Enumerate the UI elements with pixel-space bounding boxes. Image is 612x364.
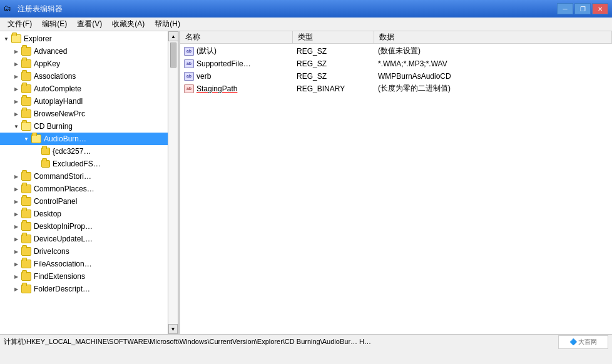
tree-scroll-thumb[interactable] <box>170 43 176 68</box>
data-row-verb[interactable]: ab verb REG_SZ WMPBurnAsAudioCD <box>180 70 612 83</box>
app-icon: 🗂 <box>4 4 14 14</box>
logo-text: 🔷 大百网 <box>569 338 598 346</box>
expand-arrow-cdc3257 <box>33 148 40 155</box>
folder-icon-cdc3257 <box>41 148 50 155</box>
folder-icon-findextensions <box>21 272 31 281</box>
tree-scroll-up[interactable]: ▲ <box>168 31 178 41</box>
folder-icon-desktop <box>21 210 31 218</box>
tree-item-fileassociation[interactable]: ▶ FileAssociation… <box>0 258 168 270</box>
tree-label-commonplaces: CommonPlaces… <box>34 185 94 193</box>
data-row-stagingpath[interactable]: ab StagingPath REG_BINARY (长度为零的二进制值) <box>180 83 612 95</box>
tree-label-desktopiniprop: DesktopIniProp… <box>34 222 93 231</box>
tree-scroll-down[interactable]: ▼ <box>168 324 178 334</box>
minimize-button[interactable]: ─ <box>557 3 573 14</box>
expand-arrow-advanced: ▶ <box>13 48 20 55</box>
folder-icon-deviceupdatel <box>21 235 31 243</box>
expand-arrow-commonplaces: ▶ <box>13 185 20 193</box>
tree-item-appkey[interactable]: ▶ AppKey <box>0 58 168 70</box>
tree-item-deviceupdatel[interactable]: ▶ DeviceUpdateL… <box>0 233 168 245</box>
reg-icon-supportedfile: ab <box>184 59 194 68</box>
tree-item-cdburning[interactable]: ▼ CD Burning <box>0 120 168 133</box>
reg-icon-verb: ab <box>184 72 194 81</box>
expand-arrow-commandstori: ▶ <box>13 173 20 180</box>
cell-type-verb: REG_SZ <box>293 72 374 81</box>
title-bar-buttons: ─ ❐ ✕ <box>557 3 608 14</box>
tree-item-controlpanel[interactable]: ▶ ControlPanel <box>0 195 168 208</box>
tree-item-commandstori[interactable]: ▶ CommandStori… <box>0 170 168 183</box>
tree-item-excludedfs[interactable]: ExcludedFS… <box>0 158 168 170</box>
tree-label-findextensions: FindExtensions <box>34 272 85 281</box>
data-row-default[interactable]: ab (默认) REG_SZ (数值未设置) <box>180 45 612 58</box>
cell-type-supportedfile: REG_SZ <box>293 59 374 68</box>
tree-item-driveicons[interactable]: ▶ DriveIcons <box>0 245 168 258</box>
menu-file[interactable]: 文件(F) <box>3 18 37 31</box>
close-button[interactable]: ✕ <box>592 3 608 14</box>
expand-arrow-appkey: ▶ <box>13 60 20 68</box>
tree-label-cdc3257: {cdc3257… <box>53 147 91 156</box>
menu-view[interactable]: 查看(V) <box>72 18 107 31</box>
status-logo: 🔷 大百网 <box>558 335 608 349</box>
tree-label-fileassociation: FileAssociation… <box>34 260 92 268</box>
tree-label-folderdescript: FolderDescript… <box>34 285 90 293</box>
folder-icon-desktopiniprop <box>21 222 31 231</box>
expand-arrow-audioburn: ▼ <box>23 135 30 143</box>
expand-arrow-driveicons: ▶ <box>13 248 20 255</box>
folder-icon-excludedfs <box>41 160 50 168</box>
folder-icon-audioburn <box>31 134 41 143</box>
tree-label-cdburning: CD Burning <box>34 122 73 131</box>
col-header-data: 数据 <box>374 31 612 44</box>
tree-item-folderdescript[interactable]: ▶ FolderDescript… <box>0 283 168 295</box>
cell-name-supportedfile: SupportedFile… <box>196 59 251 68</box>
folder-icon-commonplaces <box>21 185 31 193</box>
tree-item-autoplayhandl[interactable]: ▶ AutoplayHandl <box>0 95 168 108</box>
reg-icon-stagingpath: ab <box>184 84 194 93</box>
expand-arrow-browsenewprc: ▶ <box>13 110 20 118</box>
restore-button[interactable]: ❐ <box>574 3 591 14</box>
folder-icon-advanced <box>21 47 31 56</box>
tree-label-audioburn: AudioBurn… <box>44 134 86 143</box>
content-panel: 名称 类型 数据 ab (默认) REG_SZ (数值未设置) ab Suppo… <box>180 31 612 334</box>
tree-label-controlpanel: ControlPanel <box>34 197 77 206</box>
expand-arrow-fileassociation: ▶ <box>13 260 20 268</box>
tree-item-audioburn[interactable]: ▼ AudioBurn… <box>0 133 168 145</box>
folder-icon-autoplayhandl <box>21 97 31 106</box>
tree-label-explorer: Explorer <box>24 34 52 43</box>
title-bar: 🗂 注册表编辑器 ─ ❐ ✕ <box>0 0 612 18</box>
folder-icon-commandstori <box>21 172 31 181</box>
tree-item-cdc3257[interactable]: {cdc3257… <box>0 145 168 158</box>
tree-item-advanced[interactable]: ▶ Advanced <box>0 45 168 58</box>
folder-icon-associations <box>21 72 31 81</box>
tree-panel: ▼ Explorer ▶ Advanced ▶ AppKey ▶ Associa… <box>0 31 178 334</box>
reg-icon-default: ab <box>184 47 194 56</box>
tree-item-findextensions[interactable]: ▶ FindExtensions <box>0 270 168 283</box>
tree-scrollbar[interactable]: ▲ ▼ <box>168 31 178 334</box>
tree-item-desktop[interactable]: ▶ Desktop <box>0 208 168 220</box>
content-rows: ab (默认) REG_SZ (数值未设置) ab SupportedFile…… <box>180 44 612 96</box>
tree-item-browsenewprc[interactable]: ▶ BrowseNewPrc <box>0 108 168 120</box>
expand-arrow-associations: ▶ <box>13 73 20 80</box>
folder-icon-driveicons <box>21 247 31 256</box>
expand-arrow-explorer: ▼ <box>3 35 10 43</box>
cell-data-verb: WMPBurnAsAudioCD <box>374 72 612 81</box>
tree-item-commonplaces[interactable]: ▶ CommonPlaces… <box>0 183 168 195</box>
tree-item-explorer[interactable]: ▼ Explorer <box>0 33 168 45</box>
menu-help[interactable]: 帮助(H) <box>150 18 185 31</box>
menu-edit[interactable]: 编辑(E) <box>37 18 72 31</box>
folder-icon-appkey <box>21 59 31 68</box>
expand-arrow-findextensions: ▶ <box>13 273 20 280</box>
cell-name-default: (默认) <box>196 46 217 56</box>
tree-item-desktopiniprop[interactable]: ▶ DesktopIniProp… <box>0 220 168 233</box>
folder-icon-controlpanel <box>21 197 31 206</box>
cell-data-default: (数值未设置) <box>374 46 612 56</box>
tree-item-autocomplete[interactable]: ▶ AutoComplete <box>0 83 168 95</box>
col-header-type: 类型 <box>293 31 374 44</box>
expand-arrow-excludedfs <box>33 160 40 168</box>
status-bar: 计算机\HKEY_LOCAL_MACHINE\SOFTWARE\Microsof… <box>0 334 612 349</box>
menu-bar: 文件(F) 编辑(E) 查看(V) 收藏夹(A) 帮助(H) <box>0 18 612 31</box>
tree-label-appkey: AppKey <box>34 59 60 68</box>
cell-data-stagingpath: (长度为零的二进制值) <box>374 83 612 94</box>
tree-item-associations[interactable]: ▶ Associations <box>0 70 168 83</box>
menu-favorites[interactable]: 收藏夹(A) <box>107 18 150 31</box>
folder-icon-folderdescript <box>21 285 31 293</box>
data-row-supportedfile[interactable]: ab SupportedFile… REG_SZ *.WMA;*.MP3;*.W… <box>180 58 612 70</box>
